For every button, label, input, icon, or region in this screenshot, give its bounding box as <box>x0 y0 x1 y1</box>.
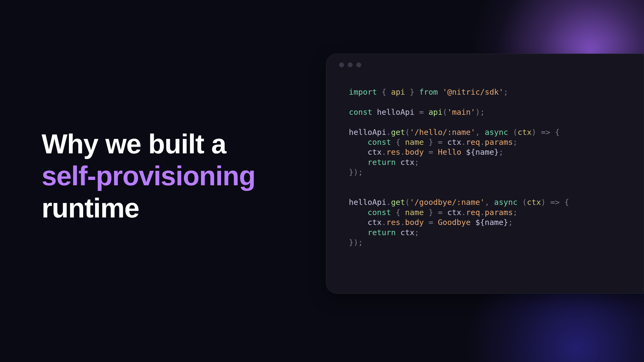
code-indent <box>349 138 368 147</box>
code-punct: ; <box>480 108 485 117</box>
code-punct: }); <box>349 168 363 177</box>
code-punct: . <box>400 218 405 227</box>
traffic-dot-icon <box>356 62 361 67</box>
code-punct: ; <box>414 158 419 167</box>
code-ident: ctx <box>368 147 382 157</box>
code-prop: params <box>485 208 513 217</box>
code-fn: api <box>429 108 442 117</box>
code-prop: body <box>405 147 424 157</box>
code-punct: } <box>410 87 414 97</box>
code-punct: ; <box>414 228 419 237</box>
code-string: '/goodbye/:name' <box>410 198 485 207</box>
code-ident: api <box>391 87 405 97</box>
code-prop: req <box>466 208 480 217</box>
headline-line-1: Why we built a <box>42 129 226 159</box>
code-punct: }); <box>349 238 363 247</box>
code-ident: ctx <box>518 128 532 137</box>
code-punct: ( <box>442 108 447 117</box>
code-tpl-open: ${ <box>475 218 485 227</box>
code-punct: } <box>429 138 433 147</box>
code-keyword: return <box>368 228 396 237</box>
code-punct: ) <box>541 198 546 207</box>
code-word: Goodbye <box>438 218 471 227</box>
code-ident: name <box>405 208 424 217</box>
code-prop: params <box>485 138 513 147</box>
code-op: = <box>429 218 433 227</box>
traffic-dot-icon <box>339 62 344 67</box>
code-punct: . <box>386 128 391 137</box>
code-keyword: async <box>494 198 517 207</box>
code-prop: req <box>466 138 480 147</box>
code-keyword: const <box>368 138 391 147</box>
code-op: => <box>550 198 560 207</box>
code-ident: ctx <box>400 158 414 167</box>
code-tpl-close: } <box>494 147 499 157</box>
code-punct: { <box>564 198 569 207</box>
code-op: = <box>438 208 442 217</box>
code-string: '@nitric/sdk' <box>442 87 503 97</box>
code-op: = <box>438 138 442 147</box>
code-punct: , <box>475 128 480 137</box>
code-ident: helloApi <box>349 198 386 207</box>
code-keyword: async <box>485 128 508 137</box>
code-punct: ( <box>405 128 410 137</box>
code-indent <box>349 158 368 167</box>
code-punct: { <box>555 128 559 137</box>
code-prop: body <box>405 218 424 227</box>
code-ident: ctx <box>447 208 461 217</box>
code-op: = <box>429 147 433 157</box>
code-punct: ; <box>499 147 503 157</box>
window-traffic-lights <box>326 54 644 67</box>
code-keyword: const <box>349 108 372 117</box>
code-punct: . <box>461 138 466 147</box>
code-punct: . <box>382 218 386 227</box>
code-ident: name <box>405 138 424 147</box>
code-punct: , <box>485 198 489 207</box>
code-punct: . <box>386 198 391 207</box>
code-op: => <box>541 128 550 137</box>
code-op: = <box>419 108 424 117</box>
code-punct: . <box>382 147 386 157</box>
code-string: '/hello/:name' <box>410 128 475 137</box>
code-punct: ) <box>475 108 480 117</box>
code-punct: ) <box>532 128 536 137</box>
code-keyword: const <box>368 208 391 217</box>
code-block: import { api } from '@nitric/sdk'; const… <box>326 67 644 248</box>
page-headline: Why we built a self-provisioning runtime <box>42 128 255 224</box>
code-punct: ; <box>503 87 508 97</box>
code-punct: } <box>429 208 433 217</box>
code-punct: ; <box>508 218 513 227</box>
code-indent <box>349 208 368 217</box>
code-punct: ( <box>522 198 527 207</box>
code-ident: name <box>485 218 503 227</box>
code-indent <box>349 228 368 237</box>
code-ident: ctx <box>400 228 414 237</box>
code-punct: { <box>396 138 400 147</box>
code-keyword: from <box>419 87 438 97</box>
headline-line-2-accent: self-provisioning <box>42 161 255 191</box>
code-punct: ( <box>513 128 517 137</box>
code-punct: . <box>480 208 485 217</box>
code-indent <box>349 147 368 157</box>
code-punct: ; <box>513 208 517 217</box>
code-keyword: return <box>368 158 396 167</box>
code-tpl-open: ${ <box>466 147 475 157</box>
code-ident: helloApi <box>377 108 415 117</box>
code-punct: . <box>400 147 405 157</box>
code-string: 'main' <box>447 108 475 117</box>
code-punct: ( <box>405 198 410 207</box>
code-ident: ctx <box>447 138 461 147</box>
code-ident: helloApi <box>349 128 386 137</box>
code-window: import { api } from '@nitric/sdk'; const… <box>326 54 644 294</box>
code-fn: get <box>391 198 405 207</box>
code-punct: . <box>480 138 485 147</box>
traffic-dot-icon <box>348 62 353 67</box>
code-prop: res <box>386 147 400 157</box>
code-indent <box>349 218 368 227</box>
code-punct: ; <box>513 138 517 147</box>
code-punct: { <box>396 208 400 217</box>
code-tpl-close: } <box>503 218 508 227</box>
headline-line-3: runtime <box>42 193 139 223</box>
code-punct: { <box>382 87 386 97</box>
code-ident: ctx <box>527 198 541 207</box>
